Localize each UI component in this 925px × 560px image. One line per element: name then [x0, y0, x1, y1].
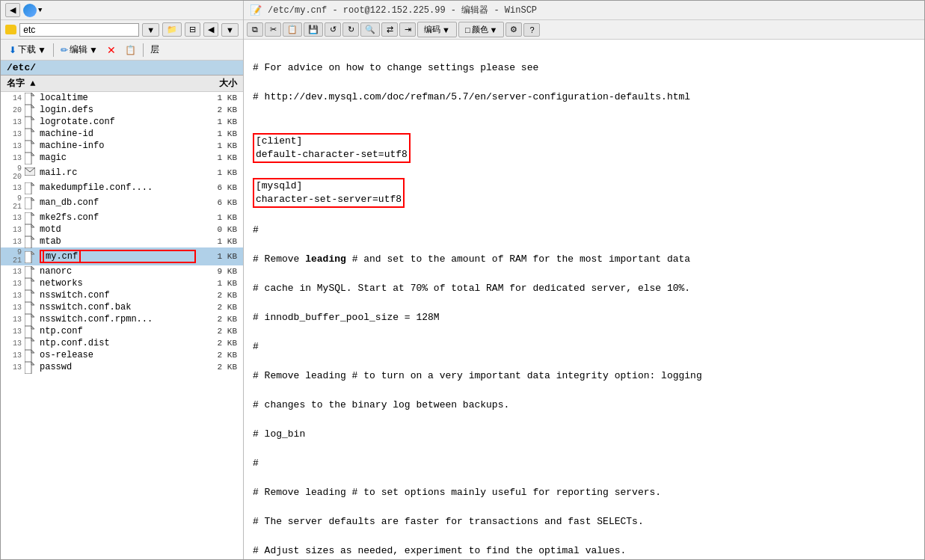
editor-content[interactable]: # For advice on how to change settings p… — [244, 40, 924, 559]
path-text: /etc/ — [7, 62, 36, 73]
list-item[interactable]: 13machine-id1 KB — [1, 128, 243, 140]
svg-rect-22 — [25, 197, 31, 209]
new-folder-btn[interactable]: 📁 — [162, 22, 182, 37]
row-number: 9 20 — [7, 164, 22, 181]
file-icon — [25, 182, 37, 193]
copy-btn[interactable]: ⧉ — [247, 22, 263, 37]
svg-rect-34 — [25, 251, 31, 263]
file-icon — [25, 266, 37, 277]
file-size: 6 KB — [196, 198, 237, 207]
list-item[interactable]: 14localtime1 KB — [1, 92, 243, 104]
code-line-14: # — [253, 456, 915, 471]
file-name: nsswitch.conf.rpmn... — [40, 314, 196, 324]
row-number: 20 — [7, 106, 22, 114]
list-item[interactable]: 13nsswitch.conf2 KB — [1, 289, 243, 301]
file-icon — [25, 251, 37, 262]
row-number: 13 — [7, 304, 22, 312]
undo-btn[interactable]: ↺ — [325, 22, 341, 37]
code-line-1: # For advice on how to change settings p… — [253, 61, 915, 76]
address-dropdown-btn[interactable]: ▼ — [142, 23, 159, 37]
save-btn[interactable]: 💾 — [304, 22, 323, 37]
list-item[interactable]: 13machine-info1 KB — [1, 140, 243, 152]
encoding-btn[interactable]: 编码 ▼ — [417, 22, 457, 37]
list-item[interactable]: 13nsswitch.conf.rpmn...2 KB — [1, 313, 243, 325]
layer-button[interactable]: 层 — [147, 42, 163, 58]
paste-btn[interactable]: 📋 — [283, 22, 302, 37]
list-item[interactable]: 13passwd2 KB — [1, 361, 243, 373]
list-item[interactable]: 13motd0 KB — [1, 224, 243, 236]
list-item[interactable]: 9 21my.cnf1 KB — [1, 247, 243, 265]
file-name: login.defs — [40, 105, 196, 115]
file-name: machine-id — [40, 129, 196, 139]
file-size: 2 KB — [196, 363, 237, 372]
list-item[interactable]: 13makedumpfile.conf....6 KB — [1, 182, 243, 194]
list-item[interactable]: 13magic1 KB — [1, 152, 243, 164]
nav-back-btn[interactable]: ◀ — [203, 22, 218, 37]
code-line-5: [mysqld] character-set-server=utf8 — [253, 178, 915, 208]
edit-button[interactable]: ✏ 编辑 ▼ — [57, 42, 102, 58]
name-column-header[interactable]: 名字 ▲ — [7, 77, 192, 90]
find-btn[interactable]: 🔍 — [360, 22, 380, 37]
list-item[interactable]: 9 21man_db.conf6 KB — [1, 194, 243, 212]
layer-label: 层 — [150, 43, 159, 56]
replace-btn[interactable]: ⇄ — [381, 22, 398, 37]
address-input[interactable] — [19, 23, 139, 37]
filter-btn[interactable]: ⊟ — [185, 22, 200, 37]
list-item[interactable]: 13nanorc9 KB — [1, 265, 243, 277]
file-icon — [25, 224, 37, 235]
file-name: motd — [40, 224, 196, 235]
list-item[interactable]: 20login.defs2 KB — [1, 104, 243, 116]
row-number: 13 — [7, 214, 22, 222]
current-path: /etc/ — [1, 61, 243, 76]
list-item[interactable]: 13networks1 KB — [1, 277, 243, 289]
file-size: 2 KB — [196, 291, 237, 300]
list-item[interactable]: 13ntp.conf.dist2 KB — [1, 337, 243, 349]
properties-icon: 📋 — [125, 45, 136, 55]
download-label: 下载 — [18, 43, 36, 56]
download-icon: ⬇ — [9, 45, 16, 55]
redo-btn[interactable]: ↻ — [342, 22, 359, 37]
settings-btn[interactable]: ⚙ — [505, 22, 522, 37]
row-number: 13 — [7, 226, 22, 234]
name-col-label: 名字 — [7, 79, 25, 89]
file-size: 2 KB — [196, 303, 237, 312]
encoding-dropdown-icon: ▼ — [442, 25, 450, 34]
file-icon — [25, 212, 37, 223]
color-dropdown-icon: ▼ — [490, 25, 498, 34]
separator2 — [143, 43, 144, 57]
size-column-header[interactable]: 大小 — [192, 77, 237, 90]
file-icon — [25, 350, 37, 360]
color-label: 颜色 — [472, 24, 488, 35]
row-number: 13 — [7, 238, 22, 246]
svg-rect-61 — [25, 362, 31, 374]
list-item[interactable]: 13mtab1 KB — [1, 236, 243, 247]
properties-button[interactable]: 📋 — [121, 43, 140, 57]
file-name: networks — [40, 278, 196, 289]
list-item[interactable]: 13ntp.conf2 KB — [1, 325, 243, 337]
top-toolbar: ◀ ▼ — [1, 1, 243, 20]
svg-rect-12 — [25, 141, 31, 153]
color-btn[interactable]: □ 颜色 ▼ — [458, 22, 505, 37]
file-icon — [25, 302, 37, 313]
delete-button[interactable]: ✕ — [103, 43, 120, 58]
cut-btn[interactable]: ✂ — [265, 22, 281, 37]
indent-btn[interactable]: ⇥ — [399, 22, 416, 37]
list-item[interactable]: 13nsswitch.conf.bak2 KB — [1, 301, 243, 313]
list-item[interactable]: 13os-release2 KB — [1, 349, 243, 361]
row-number: 13 — [7, 118, 22, 126]
list-item[interactable]: 13mke2fs.conf1 KB — [1, 212, 243, 224]
back-button[interactable]: ◀ — [5, 3, 20, 17]
code-line-15: # Remove leading # to set options mainly… — [253, 485, 915, 500]
file-size: 1 KB — [196, 279, 237, 288]
svg-rect-40 — [25, 278, 31, 290]
svg-rect-15 — [25, 153, 31, 164]
download-button[interactable]: ⬇ 下载 ▼ — [5, 42, 50, 58]
list-item[interactable]: 13logrotate.conf1 KB — [1, 116, 243, 128]
svg-rect-43 — [25, 290, 31, 302]
svg-rect-19 — [25, 182, 31, 194]
nav-dropdown-btn[interactable]: ▼ — [221, 23, 239, 37]
list-item[interactable]: 9 20mail.rc1 KB — [1, 164, 243, 182]
code-line-7: # Remove leading # and set to the amount… — [253, 252, 915, 267]
help-btn[interactable]: ? — [523, 23, 540, 37]
code-line-9: # innodb_buffer_pool_size = 128M — [253, 310, 915, 325]
